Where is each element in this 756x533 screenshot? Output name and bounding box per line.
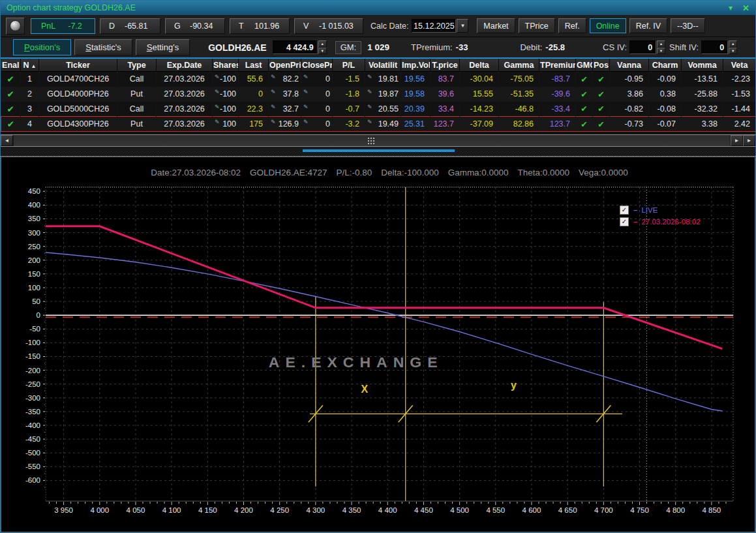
main-toolbar: PnL -7.2 D-65.81G-90.34T101.96V-1 015.03…	[1, 15, 755, 37]
tab-statistic-s[interactable]: Statistic's	[74, 39, 132, 55]
shift-iv-spin-down-icon[interactable]: ▼	[729, 48, 737, 55]
svg-text:4 750: 4 750	[630, 506, 649, 514]
app-logo-button[interactable]	[6, 18, 25, 35]
cell-last: 0	[239, 87, 269, 102]
cell-last: 55.6	[239, 72, 269, 87]
cell-n: 1	[21, 72, 39, 87]
cell-charm: -0.08	[649, 102, 682, 117]
calc-date-combobox[interactable]: 15.12.2025 ▼	[412, 19, 468, 33]
cell-gamma: -46.8	[499, 102, 539, 117]
column-header-gamma[interactable]: Gamma	[499, 59, 539, 72]
column-header-closepri[interactable]: ClosePri	[301, 59, 333, 72]
table-row[interactable]: ✔2GOLD4000PH26Put27.03.2026✎-1000✎37.8✎0…	[1, 87, 756, 102]
cell-last: 175	[239, 117, 269, 132]
column-header-vomma[interactable]: Vomma	[682, 59, 723, 72]
table-row[interactable]: ✔3GOLD5000CH26Call27.03.2026✎-10022.3✎32…	[1, 102, 756, 117]
cell-exp: 27.03.2026	[157, 72, 213, 87]
cell-impvol: 20.39	[401, 102, 431, 117]
svg-text:250: 250	[28, 243, 40, 251]
cell-tprice: 39.6	[431, 87, 460, 102]
scroll-right-end-icon[interactable]: ►	[743, 135, 755, 146]
cs-iv-spin-down-icon[interactable]: ▼	[657, 48, 665, 55]
svg-text:4 050: 4 050	[127, 506, 145, 514]
table-header-row: EnalN▲TickerTypeExp.DateSharesLastOpenPr…	[1, 59, 756, 72]
price-spin-down-icon[interactable]: ▼	[318, 48, 327, 55]
svg-text:-200: -200	[25, 367, 40, 374]
price-stepper[interactable]: 4 424.9 ▲ ▼	[273, 40, 327, 54]
cs-iv-stepper[interactable]: 0 ▲ ▼	[629, 40, 665, 54]
svg-text:-250: -250	[25, 380, 40, 388]
cs-iv-input[interactable]: 0	[629, 40, 656, 54]
scrollbar-grip[interactable]	[368, 138, 369, 139]
price-input[interactable]: 4 424.9	[273, 40, 318, 54]
svg-text:100: 100	[28, 284, 40, 292]
calc-date-value[interactable]: 15.12.2025	[412, 19, 456, 33]
table-row[interactable]: ✔1GOLD4700CH26Call27.03.2026✎-10055.6✎82…	[1, 72, 756, 87]
cell-vol: ✎19.87	[365, 87, 401, 102]
legend-checkbox[interactable]: ✓	[620, 217, 629, 226]
column-header-enal[interactable]: Enal	[1, 59, 21, 72]
tab-position-s[interactable]: Position's	[13, 39, 71, 55]
scroll-right-icon[interactable]: ►	[731, 135, 743, 146]
toolbar-button-ref-[interactable]: Ref.	[558, 18, 586, 33]
column-header-p-l[interactable]: P/L	[333, 59, 365, 72]
horizontal-scrollbar[interactable]: ◄ ► ►	[1, 134, 755, 147]
close-icon[interactable]: ✕	[742, 3, 749, 13]
shift-iv-input[interactable]: 0	[701, 40, 728, 54]
cell-last: 22.3	[239, 102, 269, 117]
legend-checkbox[interactable]: ✓	[620, 206, 629, 215]
toolbar-button--3d-[interactable]: --3D--	[671, 18, 705, 33]
greek-box-G: G-90.34	[165, 18, 225, 34]
shift-iv-spin-up-icon[interactable]: ▲	[729, 40, 737, 48]
svg-text:-400: -400	[25, 421, 40, 429]
tab-setting-s[interactable]: Setting's	[136, 39, 190, 55]
scrollbar-track[interactable]	[13, 135, 731, 146]
cell-pl: -3.2	[333, 117, 365, 132]
pencil-edit-icon: ✎	[271, 104, 276, 110]
scroll-left-icon[interactable]: ◄	[1, 135, 13, 146]
toolbar-button-market[interactable]: Market	[477, 18, 515, 33]
column-header-openpric[interactable]: OpenPric	[269, 59, 301, 72]
panel-splitter	[1, 147, 755, 157]
price-spin-up-icon[interactable]: ▲	[318, 40, 327, 48]
legend-dash-icon: –	[633, 218, 637, 226]
column-header-vanna[interactable]: Vanna	[610, 59, 649, 72]
column-header-shares[interactable]: Shares	[213, 59, 239, 72]
cell-vanna: 3.86	[610, 87, 649, 102]
cs-iv-spin-up-icon[interactable]: ▲	[657, 40, 665, 48]
column-header-exp-date[interactable]: Exp.Date	[157, 59, 213, 72]
column-header-charm[interactable]: Charm	[649, 59, 682, 72]
tpremium-value: -33	[456, 42, 468, 52]
splitter-handle[interactable]	[303, 149, 455, 152]
svg-text:300: 300	[28, 229, 40, 237]
svg-text:4 500: 4 500	[450, 506, 469, 514]
toolbar-button-ref-iv[interactable]: Ref. IV	[629, 18, 667, 33]
column-header-ticker[interactable]: Ticker	[39, 59, 117, 72]
pencil-edit-icon: ✎	[367, 89, 372, 95]
column-header-type[interactable]: Type	[117, 59, 157, 72]
pencil-edit-icon: ✎	[367, 119, 372, 125]
cell-tprice: 33.4	[431, 102, 460, 117]
chevron-down-icon[interactable]: ▼	[457, 19, 468, 33]
column-header-imp-vol[interactable]: Imp.Vol	[401, 59, 431, 72]
svg-text:4 850: 4 850	[703, 506, 721, 514]
pnl-label: PnL	[41, 22, 55, 31]
column-header-tpremium[interactable]: TPremium	[539, 59, 576, 72]
cell-enal: ✔	[1, 72, 21, 87]
column-header-pos[interactable]: Pos	[593, 59, 610, 72]
column-header-veta[interactable]: Veta	[723, 59, 756, 72]
cell-tprem: -33.4	[539, 102, 576, 117]
column-header-t-price[interactable]: T.price	[431, 59, 460, 72]
cell-open: ✎126.9	[269, 117, 301, 132]
toolbar-button-tprice[interactable]: TPrice	[519, 18, 555, 33]
toolbar-button-online[interactable]: Online	[590, 18, 626, 33]
column-header-delta[interactable]: Delta	[460, 59, 499, 72]
column-header-n[interactable]: N▲	[21, 59, 39, 72]
table-row[interactable]: ✔4GOLD4300PH26Put27.03.2026✎100175✎126.9…	[1, 117, 756, 132]
column-header-gmc[interactable]: GMC	[576, 59, 593, 72]
column-header-volatilit[interactable]: Volatilit	[365, 59, 401, 72]
cell-delta: 15.55	[460, 87, 499, 102]
minimize-icon[interactable]: ▾	[729, 3, 733, 12]
shift-iv-stepper[interactable]: 0 ▲ ▼	[701, 40, 737, 54]
column-header-last[interactable]: Last	[239, 59, 269, 72]
